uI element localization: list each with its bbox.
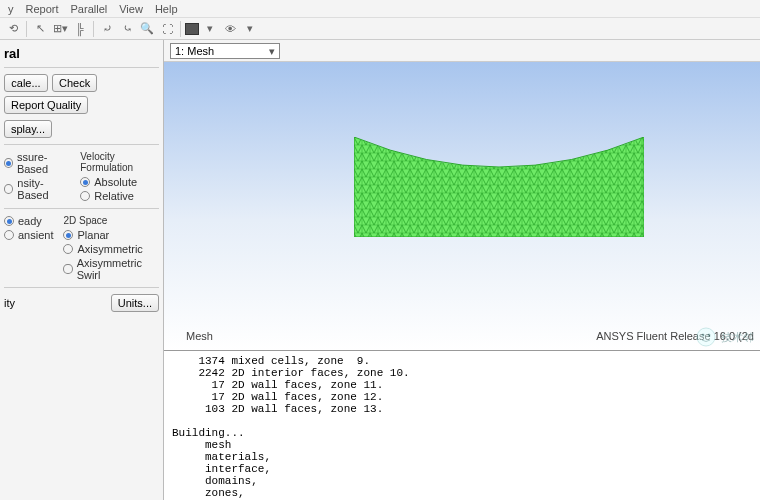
menu-item[interactable]: y <box>2 3 20 15</box>
dropdown-icon[interactable]: ▾ <box>241 20 259 38</box>
fit-icon[interactable]: ⛶ <box>158 20 176 38</box>
menu-item[interactable]: Parallel <box>65 3 114 15</box>
dropdown-icon[interactable]: ▾ <box>201 20 219 38</box>
display-button[interactable]: splay... <box>4 120 52 138</box>
menu-item[interactable]: Help <box>149 3 184 15</box>
report-quality-button[interactable]: Report Quality <box>4 96 88 114</box>
console-output[interactable]: 1374 mixed cells, zone 9. 2242 2D interi… <box>164 350 760 500</box>
radio-steady[interactable]: eady <box>4 215 53 227</box>
rotate-icon[interactable]: ⤾ <box>98 20 116 38</box>
svg-point-0 <box>697 328 715 346</box>
toolbar-button[interactable]: ╠ <box>71 20 89 38</box>
menu-item[interactable]: Report <box>20 3 65 15</box>
cursor-icon[interactable]: ↖ <box>31 20 49 38</box>
separator <box>26 21 27 37</box>
toolbar-button[interactable]: ⊞▾ <box>51 20 69 38</box>
radio-transient[interactable]: ansient <box>4 229 53 241</box>
units-label: ity <box>4 297 15 309</box>
visibility-icon[interactable]: 👁 <box>221 20 239 38</box>
panel-header: ral <box>4 44 159 68</box>
radio-axisymmetric-swirl[interactable]: Axisymmetric Swirl <box>63 257 159 281</box>
radio-axisymmetric[interactable]: Axisymmetric <box>63 243 159 255</box>
radio-planar[interactable]: Planar <box>63 229 159 241</box>
view-selector[interactable]: 1: Mesh <box>170 43 280 59</box>
color-swatch[interactable] <box>185 23 199 35</box>
rotate-icon[interactable]: ⤿ <box>118 20 136 38</box>
view-control-bar: 1: Mesh <box>164 40 760 62</box>
viewport-label: Mesh <box>186 330 213 342</box>
radio-density-based[interactable]: nsity-Based <box>4 177 70 201</box>
mesh-graphic <box>354 137 644 237</box>
scale-button[interactable]: cale... <box>4 74 48 92</box>
separator <box>93 21 94 37</box>
graphics-viewport[interactable]: Mesh ANSYS Fluent Release 16.0 (2d <box>164 62 760 350</box>
toolbar: ⟲ ↖ ⊞▾ ╠ ⤾ ⤿ 🔍 ⛶ ▾ 👁 ▾ <box>0 18 760 40</box>
group-title: 2D Space <box>63 215 159 226</box>
watermark: 技术邻 <box>695 326 754 348</box>
radio-pressure-based[interactable]: ssure-Based <box>4 151 70 175</box>
svg-point-2 <box>708 334 711 337</box>
radio-relative[interactable]: Relative <box>80 190 159 202</box>
units-button[interactable]: Units... <box>111 294 159 312</box>
setup-panel: ral cale... Check Report Quality splay..… <box>0 40 164 500</box>
svg-point-1 <box>702 334 705 337</box>
toolbar-button[interactable]: ⟲ <box>4 20 22 38</box>
menu-item[interactable]: View <box>113 3 149 15</box>
check-button[interactable]: Check <box>52 74 97 92</box>
group-title: Velocity Formulation <box>80 151 159 173</box>
radio-absolute[interactable]: Absolute <box>80 176 159 188</box>
zoom-icon[interactable]: 🔍 <box>138 20 156 38</box>
watermark-icon <box>695 326 717 348</box>
separator <box>180 21 181 37</box>
menu-bar: y Report Parallel View Help <box>0 0 760 18</box>
